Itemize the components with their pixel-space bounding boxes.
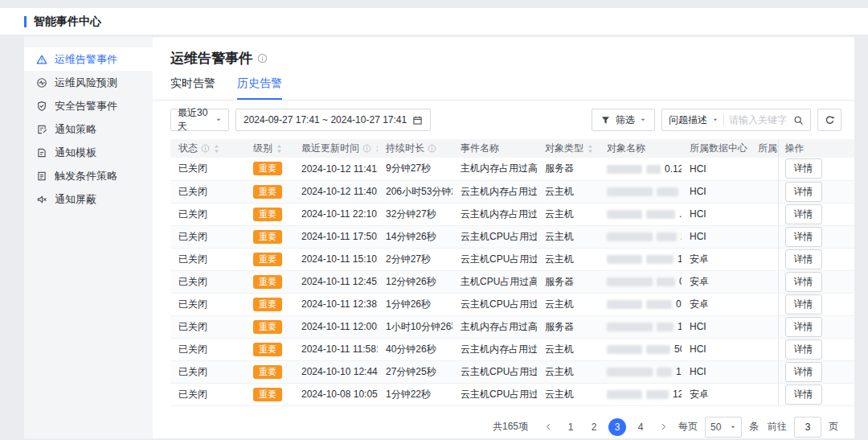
severity-badge: 重要 <box>253 208 282 221</box>
table-row: 已关闭 重要 2024-10-11 12:45:36 12分钟26秒 主机CPU… <box>170 270 854 293</box>
datacenter-cell: 安卓 <box>682 270 750 293</box>
event-name-cell: 云主机CPU占用过高 <box>452 360 537 383</box>
tab-realtime-alerts[interactable]: 实时告警 <box>170 76 215 100</box>
main-panel: 运维告警事件 实时告警 历史告警 最近30天 2024-09-27 17:41 … <box>153 37 854 438</box>
table-row: 已关闭 重要 2024-10-11 17:50:36 14分钟26秒 云主机CP… <box>170 225 854 248</box>
detail-button[interactable]: 详情 <box>785 384 822 405</box>
sort-icon[interactable] <box>276 144 283 154</box>
status-cell: 已关闭 <box>170 158 245 180</box>
detail-button[interactable]: 详情 <box>785 204 822 224</box>
severity-badge: 重要 <box>253 320 282 334</box>
tab-history-alerts[interactable]: 历史告警 <box>237 76 282 100</box>
time-range-select[interactable]: 最近30天 <box>170 109 229 131</box>
object-type-cell: 云主机 <box>537 180 599 203</box>
updated-cell: 2024-10-10 12:44:35 <box>293 360 378 383</box>
updated-cell: 2024-10-12 11:40:37 <box>293 180 378 203</box>
redacted-blur <box>657 323 674 331</box>
search-input[interactable] <box>729 114 788 125</box>
duration-cell: 9分钟27秒 <box>378 158 452 180</box>
object-type-cell: 云主机 <box>537 383 599 405</box>
sidebar: 运维告警事件 运维风险预测 安全告警事件 通知策略 通知模板 触发条件策略 通知… <box>24 37 153 438</box>
detail-button[interactable]: 详情 <box>785 294 822 315</box>
col-status[interactable]: 状态 <box>170 139 245 158</box>
search-icon[interactable] <box>793 115 804 125</box>
status-cell: 已关闭 <box>170 180 245 203</box>
col-object-type[interactable]: 对象类型 <box>537 139 599 158</box>
next-page-button[interactable] <box>655 419 671 435</box>
prev-page-button[interactable] <box>540 419 556 435</box>
info-icon[interactable] <box>201 144 210 153</box>
sort-icon[interactable] <box>375 144 378 154</box>
per-page-select[interactable]: 50 <box>705 417 742 438</box>
info-icon[interactable] <box>362 144 371 153</box>
col-event-name: 事件名称 <box>452 139 537 158</box>
duration-cell: 2分钟27秒 <box>378 248 452 270</box>
detail-button[interactable]: 详情 <box>785 227 822 247</box>
table-header-row: 状态 级别 最近更新时间 持续时长 事件名称 <box>170 139 854 158</box>
sidebar-item-notification-template[interactable]: 通知模板 <box>24 141 153 164</box>
refresh-icon <box>825 115 835 125</box>
divider <box>723 114 724 125</box>
event-name-cell: 云主机内存占用过高 <box>452 203 537 225</box>
page-button-4[interactable]: 4 <box>632 418 649 436</box>
page-button-2[interactable]: 2 <box>585 418 603 436</box>
actions-cell: 详情 <box>778 225 854 248</box>
detail-button[interactable]: 详情 <box>785 182 822 202</box>
duration-cell: 1小时10分钟26秒 <box>378 315 452 338</box>
total-count: 共165项 <box>493 420 528 434</box>
object-name-cell: 50.120 <box>599 338 682 360</box>
sidebar-item-ops-risk-prediction[interactable]: 运维风险预测 <box>24 71 153 94</box>
date-range-value: 2024-09-27 17:41 ~ 2024-10-27 17:41 <box>244 114 407 125</box>
detail-button[interactable]: 详情 <box>785 317 822 337</box>
object-type-cell: 云主机 <box>537 203 599 225</box>
sort-icon[interactable] <box>213 144 220 154</box>
object-type-cell: 云主机 <box>537 338 599 360</box>
detail-button[interactable]: 详情 <box>785 339 822 360</box>
severity-badge: 重要 <box>253 275 282 289</box>
search-combo: 问题描述 <box>661 109 811 131</box>
datacenter-cell: 安卓 <box>682 383 750 405</box>
page-title-info-icon[interactable] <box>257 53 268 64</box>
refresh-button[interactable] <box>817 109 841 131</box>
date-range-picker[interactable]: 2024-09-27 17:41 ~ 2024-10-27 17:41 <box>235 109 431 131</box>
event-name-cell: 云主机CPU占用过高 <box>452 248 537 270</box>
redacted-blur <box>646 300 672 309</box>
object-name-cell: 120 <box>599 180 682 203</box>
col-datacenter[interactable]: 所属数据中心 <box>682 139 750 158</box>
search-category-select[interactable]: 问题描述 <box>669 113 719 127</box>
object-type-cell: 服务器 <box>537 270 599 293</box>
sidebar-item-trigger-condition-policy[interactable]: 触发条件策略 <box>24 164 153 187</box>
sort-icon[interactable] <box>587 144 594 154</box>
filter-button[interactable]: 筛选 <box>592 109 655 131</box>
sidebar-item-security-alert-events[interactable]: 安全告警事件 <box>24 94 153 117</box>
detail-button[interactable]: 详情 <box>785 249 822 269</box>
sidebar-item-ops-alert-events[interactable]: 运维告警事件 <box>24 47 153 71</box>
sidebar-item-label: 运维风险预测 <box>55 76 117 90</box>
status-cell: 已关闭 <box>170 203 245 225</box>
cluster-resource-cell <box>750 270 778 293</box>
col-severity[interactable]: 级别 <box>245 139 293 158</box>
severity-cell: 重要 <box>245 203 293 225</box>
object-type-cell: 云主机 <box>537 293 599 315</box>
sidebar-item-notification-mute[interactable]: 通知屏蔽 <box>24 187 153 211</box>
doc-edit-icon <box>36 124 47 135</box>
col-updated[interactable]: 最近更新时间 <box>293 139 378 158</box>
event-name-cell: 云主机CPU占用过高 <box>452 293 537 315</box>
col-actions: 操作 <box>778 139 854 158</box>
page-button-1[interactable]: 1 <box>562 418 579 436</box>
object-name-cell: 120 <box>599 360 682 383</box>
sidebar-item-label: 通知策略 <box>55 122 96 137</box>
detail-button[interactable]: 详情 <box>785 158 822 179</box>
status-cell: 已关闭 <box>170 225 245 248</box>
sidebar-item-notification-policy[interactable]: 通知策略 <box>24 117 153 141</box>
info-icon[interactable] <box>428 144 436 153</box>
detail-button[interactable]: 详情 <box>785 362 822 382</box>
goto-page-input[interactable] <box>794 417 821 438</box>
detail-button[interactable]: 详情 <box>785 272 822 292</box>
object-type-cell: 服务器 <box>537 315 599 338</box>
datacenter-cell: HCI <box>682 338 750 360</box>
datacenter-cell: HCI <box>682 225 750 248</box>
table-body: 已关闭 重要 2024-10-12 11:41:37 9分钟27秒 主机内存占用… <box>170 158 854 405</box>
funnel-icon <box>600 115 611 125</box>
page-button-3-active[interactable]: 3 <box>608 418 626 436</box>
